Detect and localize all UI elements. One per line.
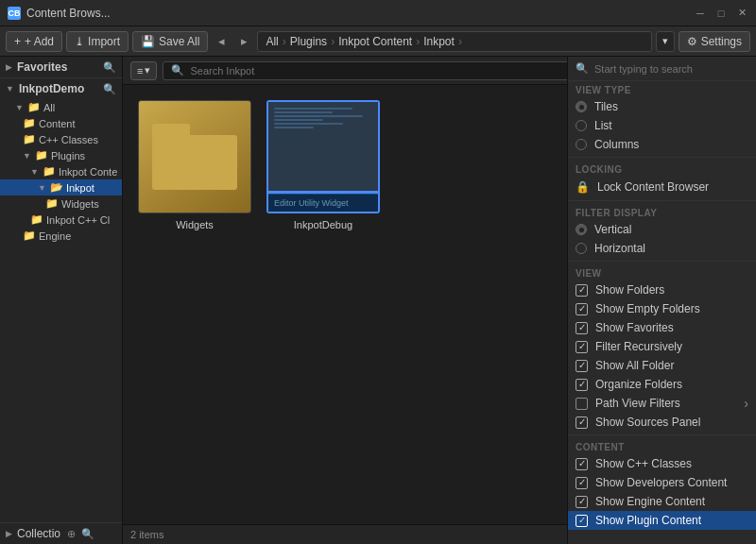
radio-horizontal-indicator bbox=[576, 243, 587, 254]
dropdown-search-input[interactable] bbox=[594, 63, 748, 75]
checkbox-show-cpp-indicator bbox=[576, 458, 588, 470]
tree-inkpot-cpp[interactable]: 📁 Inkpot C++ Cl bbox=[0, 212, 122, 228]
asset-inkpot-debug[interactable]: Editor Utility Widget InkpotDebug bbox=[266, 100, 380, 230]
divider-3 bbox=[568, 261, 756, 262]
checkbox-filter-recursively-indicator bbox=[576, 341, 588, 353]
project-header[interactable]: ▼ InkpotDemo 🔍 bbox=[0, 78, 122, 99]
tree-content[interactable]: 📁 Content bbox=[0, 115, 122, 131]
radio-columns[interactable]: Columns bbox=[568, 135, 756, 154]
breadcrumb: All › Plugins › Inkpot Content › Inkpot … bbox=[257, 31, 651, 52]
favorites-search-icon[interactable]: 🔍 bbox=[103, 60, 116, 74]
checkbox-show-favorites[interactable]: Show Favorites bbox=[568, 318, 756, 337]
tree-engine[interactable]: 📁 Engine bbox=[0, 228, 122, 244]
divider-4 bbox=[568, 434, 756, 435]
checkbox-filter-recursively[interactable]: Filter Recursively bbox=[568, 337, 756, 356]
tree-inkpot-content[interactable]: ▼ 📁 Inkpot Conte bbox=[0, 163, 122, 179]
favorites-label: Favorites bbox=[17, 60, 99, 74]
radio-vertical[interactable]: Vertical bbox=[568, 220, 756, 239]
section-content: CONTENT bbox=[568, 438, 756, 454]
project-search-icon[interactable]: 🔍 bbox=[103, 82, 116, 95]
project-arrow: ▼ bbox=[6, 84, 14, 94]
asset-type-label: Editor Utility Widget bbox=[268, 194, 378, 212]
checkbox-show-dev-indicator bbox=[576, 477, 588, 489]
app-icon: CB bbox=[8, 7, 21, 20]
tree-cpp-classes[interactable]: 📁 C++ Classes bbox=[0, 131, 122, 147]
radio-vertical-indicator bbox=[576, 224, 587, 235]
import-icon: ⤓ bbox=[75, 35, 84, 48]
save-all-button[interactable]: 💾 Save All bbox=[132, 31, 208, 52]
tree-inkpot[interactable]: ▼ 📂 Inkpot bbox=[0, 179, 122, 196]
breadcrumb-inkpot-content[interactable]: Inkpot Content bbox=[338, 35, 412, 48]
checkbox-show-cpp-classes[interactable]: Show C++ Classes bbox=[568, 454, 756, 473]
item-count: 2 items bbox=[130, 529, 163, 540]
divider-2 bbox=[568, 200, 756, 201]
checkbox-show-sources-panel-indicator bbox=[576, 416, 588, 429]
favorites-section: ▶ Favorites 🔍 bbox=[0, 57, 122, 78]
title-bar-controls: ─ □ ✕ bbox=[694, 7, 748, 20]
checkbox-show-plugin-indicator bbox=[576, 515, 588, 527]
path-view-filters[interactable]: Path View Filters bbox=[568, 394, 756, 413]
sidebar: ▶ Favorites 🔍 ▼ InkpotDemo 🔍 ▼ 📁 All 📁 C… bbox=[0, 57, 123, 544]
settings-icon: ⚙ bbox=[687, 35, 697, 48]
checkbox-show-all-folder-indicator bbox=[576, 360, 588, 372]
radio-list-indicator bbox=[576, 120, 587, 131]
project-label: InkpotDemo bbox=[19, 82, 99, 95]
nav-back-button[interactable]: ◂ bbox=[212, 32, 231, 51]
tree-all[interactable]: ▼ 📁 All bbox=[0, 99, 122, 115]
tree-plugins[interactable]: ▼ 📁 Plugins bbox=[0, 147, 122, 163]
project-section: ▼ InkpotDemo 🔍 ▼ 📁 All 📁 Content 📁 C++ C… bbox=[0, 78, 122, 523]
dropdown-search: 🔍 bbox=[568, 57, 756, 81]
collection-label: Collectio bbox=[17, 527, 60, 540]
filter-button[interactable]: ≡ ▾ bbox=[130, 61, 157, 80]
search-icon: 🔍 bbox=[171, 64, 184, 76]
radio-columns-indicator bbox=[576, 139, 587, 150]
import-button[interactable]: ⤓ Import bbox=[66, 31, 129, 52]
asset-widgets[interactable]: Widgets bbox=[138, 100, 251, 230]
collection-item[interactable]: ▶ Collectio ⊕ 🔍 bbox=[0, 523, 122, 544]
lock-icon: 🔒 bbox=[576, 180, 590, 194]
breadcrumb-plugins[interactable]: Plugins bbox=[290, 35, 327, 48]
content-area: ≡ ▾ 🔍 Widgets bbox=[123, 57, 756, 544]
tree-widgets[interactable]: 📁 Widgets bbox=[0, 196, 122, 212]
section-filter-display: FILTER DISPLAY bbox=[568, 204, 756, 220]
collection-add-icon[interactable]: ⊕ bbox=[64, 527, 77, 540]
breadcrumb-all[interactable]: All bbox=[266, 35, 278, 48]
radio-horizontal[interactable]: Horizontal bbox=[568, 239, 756, 258]
maximize-button[interactable]: □ bbox=[714, 7, 728, 20]
checkbox-show-folders-indicator bbox=[576, 284, 588, 297]
settings-button[interactable]: ⚙ Settings bbox=[679, 31, 750, 52]
checkbox-show-dev-content[interactable]: Show Developers Content bbox=[568, 473, 756, 492]
radio-list[interactable]: List bbox=[568, 116, 756, 135]
asset-thumbnail-widgets bbox=[138, 100, 251, 213]
checkbox-show-empty-folders[interactable]: Show Empty Folders bbox=[568, 299, 756, 318]
add-button[interactable]: + + Add bbox=[6, 31, 62, 52]
checkbox-show-engine-content[interactable]: Show Engine Content bbox=[568, 492, 756, 511]
lock-content-browser[interactable]: 🔒 Lock Content Browser bbox=[568, 177, 756, 197]
checkbox-show-sources-panel[interactable]: Show Sources Panel bbox=[568, 413, 756, 432]
section-locking: LOCKING bbox=[568, 161, 756, 177]
close-button[interactable]: ✕ bbox=[735, 7, 748, 20]
main-toolbar: + + Add ⤓ Import 💾 Save All ◂ ▸ All › Pl… bbox=[0, 26, 756, 57]
favorites-header[interactable]: ▶ Favorites 🔍 bbox=[0, 57, 122, 77]
collection-search-icon[interactable]: 🔍 bbox=[81, 527, 94, 540]
dropdown-search-icon: 🔍 bbox=[576, 62, 589, 75]
asset-thumbnail-inkpot-debug: Editor Utility Widget bbox=[266, 100, 380, 213]
section-view-type: VIEW TYPE bbox=[568, 81, 756, 97]
title-bar-text: Content Brows... bbox=[26, 7, 688, 20]
checkbox-show-favorites-indicator bbox=[576, 322, 588, 334]
checkbox-show-engine-indicator bbox=[576, 496, 588, 508]
checkbox-show-folders[interactable]: Show Folders bbox=[568, 280, 756, 299]
minimize-button[interactable]: ─ bbox=[694, 7, 707, 20]
path-dropdown[interactable]: ▾ bbox=[656, 31, 675, 52]
save-icon: 💾 bbox=[141, 35, 155, 48]
checkbox-show-all-folder[interactable]: Show All Folder bbox=[568, 356, 756, 375]
nav-forward-button[interactable]: ▸ bbox=[234, 32, 253, 51]
breadcrumb-inkpot[interactable]: Inkpot bbox=[423, 35, 455, 48]
checkbox-show-plugin-content[interactable]: Show Plugin Content bbox=[568, 511, 756, 530]
checkbox-organize-folders[interactable]: Organize Folders bbox=[568, 375, 756, 394]
asset-label-widgets: Widgets bbox=[176, 219, 214, 230]
radio-tiles[interactable]: Tiles bbox=[568, 97, 756, 116]
section-view: VIEW bbox=[568, 264, 756, 280]
checkbox-show-empty-folders-indicator bbox=[576, 303, 588, 315]
radio-tiles-indicator bbox=[576, 101, 587, 112]
